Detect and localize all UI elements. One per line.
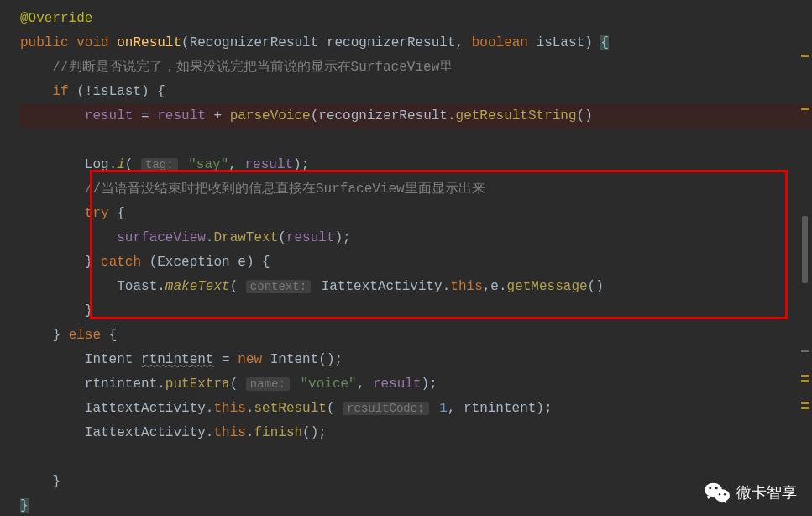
code-line[interactable]: Toast.makeText( context: IattextActivity… [20,275,812,299]
comment: //当语音没结束时把收到的信息直接在SurfaceView里面显示出来 [85,182,485,197]
code-line[interactable]: public void onResult(RecognizerResult re… [20,31,812,55]
scrollbar-mark [801,55,809,57]
code-line[interactable]: Intent rtnintent = new Intent(); [20,348,812,372]
code-line[interactable]: } [20,470,812,494]
scrollbar-mark [801,402,809,404]
code-line[interactable]: //判断是否说完了，如果没说完把当前说的显示在SurfaceView里 [20,55,812,80]
code-line[interactable] [20,129,812,153]
svg-point-5 [724,493,726,495]
code-line[interactable]: surfaceView.DrawText(result); [20,226,812,250]
param-hint-name: name: [246,377,290,391]
svg-point-3 [715,487,718,489]
scrollbar-mark [801,407,809,409]
scrollbar-track[interactable] [800,0,810,516]
svg-point-1 [715,489,730,502]
code-line[interactable]: IattextActivity.this.finish(); [20,421,812,445]
svg-point-2 [709,487,711,489]
annotation: @Override [20,11,92,26]
code-line[interactable]: } [20,299,812,324]
scrollbar-mark [801,375,809,377]
code-line[interactable] [20,445,812,470]
svg-point-4 [719,493,720,495]
code-line[interactable]: @Override [20,7,812,31]
code-line[interactable]: } else { [20,324,812,348]
watermark: 微卡智享 [705,479,797,506]
code-line[interactable]: } [20,494,812,516]
comment: //判断是否说完了，如果没说完把当前说的显示在SurfaceView里 [52,60,453,75]
scrollbar-mark [801,108,809,110]
scrollbar-mark [801,380,809,382]
param-hint-context: context: [246,280,311,293]
code-line[interactable]: //当语音没结束时把收到的信息直接在SurfaceView里面显示出来 [20,177,812,202]
code-editor[interactable]: @Override public void onResult(Recognize… [0,0,812,516]
param-hint-tag: tag: [141,158,178,171]
code-line[interactable]: Log.i( tag: "say", result); [20,153,812,177]
scrollbar-mark [801,350,809,352]
wechat-icon [705,482,730,503]
code-line[interactable]: try { [20,202,812,226]
code-line[interactable]: rtnintent.putExtra( name: "voice", resul… [20,372,812,397]
code-line[interactable]: IattextActivity.this.setResult( resultCo… [20,397,812,421]
code-line[interactable]: if (!isLast) { [20,80,812,104]
watermark-text: 微卡智享 [736,479,797,506]
code-line[interactable]: result = result + parseVoice(recognizerR… [20,104,812,129]
param-hint-resultcode: resultCode: [343,402,428,415]
scrollbar-thumb[interactable] [802,216,808,283]
code-line[interactable]: } catch (Exception e) { [20,250,812,275]
